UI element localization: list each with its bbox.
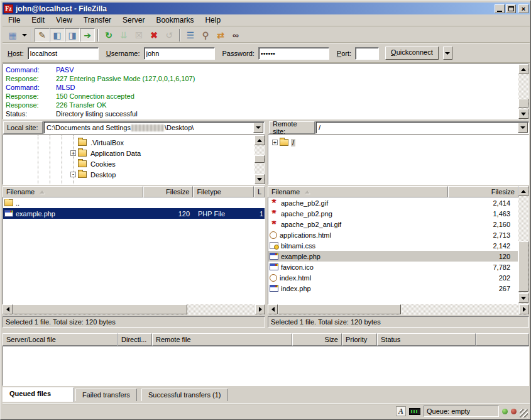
- tab-queued-files[interactable]: Queued files: [3, 387, 74, 402]
- scroll-thumb[interactable]: [518, 241, 528, 292]
- file-row-example-php[interactable]: example.php 120 PHP File 1: [3, 208, 265, 219]
- process-queue-button[interactable]: ⇊: [116, 28, 131, 42]
- file-row[interactable]: apache_pb2.png 1,463: [268, 208, 518, 219]
- file-row[interactable]: favicon.ico 7,782: [268, 262, 518, 272]
- tree-item-desktop[interactable]: - Desktop: [3, 169, 265, 180]
- tree-item-root[interactable]: + /: [268, 137, 528, 148]
- menu-server[interactable]: Server: [117, 14, 150, 26]
- column-header-direction[interactable]: Directi...: [118, 333, 152, 346]
- column-header-remote-file[interactable]: Remote file: [152, 333, 292, 346]
- host-input[interactable]: [28, 47, 99, 60]
- arrow-up-icon: [257, 139, 262, 142]
- expander-icon[interactable]: +: [272, 140, 278, 145]
- local-tree-scrollbar[interactable]: [255, 135, 265, 184]
- minimize-button[interactable]: [495, 4, 505, 13]
- file-row-parent-dir[interactable]: ..: [3, 197, 265, 208]
- filter-button[interactable]: ☰: [183, 28, 198, 42]
- column-header-filetype[interactable]: Filetype: [193, 186, 254, 197]
- column-header-server-local-file[interactable]: Server/Local file: [3, 333, 118, 346]
- column-header-filename[interactable]: Filename: [3, 186, 143, 197]
- scroll-up-button[interactable]: [255, 135, 265, 145]
- menu-edit[interactable]: Edit: [26, 14, 50, 26]
- scroll-left-button[interactable]: [3, 304, 13, 314]
- scroll-thumb[interactable]: [278, 304, 401, 314]
- expander-icon[interactable]: +: [70, 150, 76, 156]
- column-label: Filename: [271, 188, 300, 196]
- close-button[interactable]: ×: [518, 4, 528, 13]
- log-scrollbar[interactable]: [518, 64, 529, 119]
- local-list-hscrollbar[interactable]: [3, 304, 265, 315]
- remote-list-hscrollbar[interactable]: [268, 304, 529, 315]
- password-input[interactable]: [258, 47, 329, 60]
- pane-splitter[interactable]: [265, 121, 268, 328]
- file-row[interactable]: apache_pb2_ani.gif 2,160: [268, 219, 518, 229]
- redacted-username: [131, 124, 164, 131]
- scroll-down-button[interactable]: [518, 109, 528, 119]
- menu-help[interactable]: Help: [199, 14, 226, 26]
- column-label: Remote file: [156, 336, 191, 343]
- scroll-thumb[interactable]: [255, 155, 265, 163]
- message-log-icon: ✎: [38, 31, 46, 40]
- file-row[interactable]: applications.html 2,713: [268, 229, 518, 240]
- scroll-thumb[interactable]: [13, 304, 187, 314]
- find-files-button[interactable]: ∞: [228, 28, 243, 42]
- chevron-down-icon: [256, 126, 261, 129]
- resize-grip[interactable]: [520, 409, 528, 417]
- file-row-example-php[interactable]: example.php 120: [268, 251, 518, 262]
- file-size: 2,713: [449, 231, 518, 239]
- scroll-left-button[interactable]: [268, 304, 278, 314]
- local-site-dropdown[interactable]: [253, 123, 263, 133]
- maximize-button[interactable]: [506, 4, 516, 13]
- scroll-right-button[interactable]: [255, 304, 265, 314]
- menu-bookmarks[interactable]: Bookmarks: [150, 14, 199, 26]
- column-header-filesize[interactable]: Filesize: [448, 186, 518, 197]
- scroll-down-button[interactable]: [255, 174, 265, 184]
- port-input[interactable]: [355, 47, 379, 60]
- toggle-remote-tree-button[interactable]: ◨: [65, 28, 80, 42]
- scroll-right-button[interactable]: [519, 304, 529, 314]
- site-manager-button[interactable]: ▦: [5, 28, 20, 42]
- file-row[interactable]: index.html 202: [268, 272, 518, 283]
- quickconnect-button[interactable]: Quickconnect: [385, 47, 439, 60]
- disconnect-button[interactable]: ✖: [146, 28, 161, 42]
- scroll-down-button[interactable]: [518, 293, 528, 303]
- toggle-local-tree-button[interactable]: ◧: [50, 28, 65, 42]
- file-row[interactable]: apache_pb2.gif 2,414: [268, 197, 518, 208]
- chevron-down-icon: [22, 34, 27, 36]
- site-manager-dropdown[interactable]: [20, 28, 28, 42]
- file-row[interactable]: bitnami.css 2,142: [268, 240, 518, 251]
- synchronized-browsing-button[interactable]: ⇄: [213, 28, 228, 42]
- column-header-priority[interactable]: Priority: [342, 333, 377, 346]
- tree-item-application-data[interactable]: + Application Data: [3, 148, 265, 158]
- toggle-transfer-queue-button[interactable]: ➔: [80, 28, 95, 42]
- column-header-last-modified[interactable]: L: [254, 186, 265, 197]
- expander-icon[interactable]: -: [70, 172, 76, 177]
- scroll-up-button[interactable]: [518, 64, 528, 74]
- column-header-size[interactable]: Size: [292, 333, 342, 346]
- column-header-filesize[interactable]: Filesize: [143, 186, 194, 197]
- tree-item-cookies[interactable]: Cookies: [3, 158, 265, 169]
- directory-comparison-button[interactable]: ⚲: [198, 28, 213, 42]
- menu-transfer[interactable]: Transfer: [78, 14, 117, 26]
- reconnect-button[interactable]: ↺: [161, 28, 177, 42]
- scroll-thumb[interactable]: [518, 99, 528, 108]
- file-row[interactable]: index.php 267: [268, 283, 518, 294]
- tab-failed-transfers[interactable]: Failed transfers: [75, 389, 137, 401]
- tree-item-virtualbox[interactable]: .VirtualBox: [3, 137, 265, 148]
- cancel-button[interactable]: ☒: [131, 28, 146, 42]
- menu-view[interactable]: View: [50, 14, 78, 26]
- scroll-up-button[interactable]: [518, 186, 528, 196]
- remote-site-dropdown[interactable]: [518, 123, 528, 133]
- remote-site-combo[interactable]: /: [315, 121, 529, 134]
- toggle-message-log-button[interactable]: ✎: [35, 28, 50, 42]
- column-header-filename[interactable]: Filename: [268, 186, 448, 197]
- quickconnect-dropdown[interactable]: [443, 47, 452, 60]
- local-site-combo[interactable]: C:\Documents and Settings\Desktop\: [43, 121, 265, 134]
- menu-file[interactable]: File: [3, 14, 26, 26]
- column-header-status[interactable]: Status: [377, 333, 476, 346]
- remote-list-scrollbar[interactable]: [518, 186, 529, 304]
- tab-successful-transfers[interactable]: Successful transfers (1): [141, 389, 228, 401]
- username-input[interactable]: [144, 47, 215, 60]
- refresh-button[interactable]: ↻: [101, 28, 116, 42]
- queue-list[interactable]: [3, 346, 529, 386]
